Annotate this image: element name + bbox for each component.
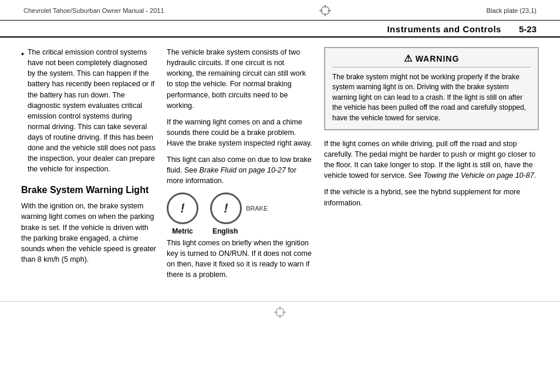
brake-icon-metric: ! [167, 192, 198, 224]
middle-para-4: This light comes on briefly when the ign… [167, 238, 313, 281]
brake-english-label: English [212, 227, 238, 235]
brake-metric-label: Metric [172, 227, 193, 235]
brake-icon-english: ! [210, 192, 242, 224]
right-para-2: If the vehicle is a hybrid, see the hybr… [324, 187, 539, 208]
warning-text: The brake system might not be working pr… [332, 72, 531, 123]
header-left-title: Chevrolet Tahoe/Suburban Owner Manual - … [23, 7, 164, 14]
bullet-item-emission: • The critical emission control systems … [21, 47, 156, 175]
bullet-text: The critical emission control systems ha… [28, 47, 156, 175]
section-page-ref: 5-23 [519, 24, 537, 34]
right-para-1: If the light comes on while driving, pul… [324, 138, 539, 181]
page: Chevrolet Tahoe/Suburban Owner Manual - … [0, 0, 560, 392]
col-left: • The critical emission control systems … [21, 47, 156, 286]
col-right: ⚠ WARNING The brake system might not be … [324, 47, 539, 286]
middle-para-3: This light can also come on due to low b… [167, 154, 313, 186]
brake-icon-english-group: ! BRAKE English [210, 192, 268, 235]
crosshair-icon [319, 5, 331, 16]
section-title: Instruments and Controls [387, 24, 501, 34]
exclamation-icon-metric: ! [180, 201, 184, 216]
footer [0, 301, 560, 320]
middle-para-1: The vehicle brake system consists of two… [167, 47, 313, 111]
brake-system-body: With the ignition on, the brake system w… [21, 201, 156, 265]
brake-text-label: BRAKE [246, 205, 268, 212]
brake-fluid-link: Brake Fluid on page 10-27 [200, 166, 286, 174]
warning-box: ⚠ WARNING The brake system might not be … [324, 47, 539, 130]
warning-triangle-icon: ⚠ [404, 53, 412, 64]
footer-crosshair-icon [274, 306, 286, 318]
exclamation-icon-english: ! [224, 201, 228, 216]
brake-icons-container: ! Metric ! BRAKE English [167, 192, 313, 235]
header-center [319, 5, 331, 16]
towing-link: Towing the Vehicle on page 10-87 [424, 171, 534, 180]
bullet-dot: • [21, 48, 24, 175]
section-heading: Instruments and Controls 5-23 [0, 21, 560, 38]
header-right-title: Black plate (23,1) [486, 7, 537, 14]
warning-header: ⚠ WARNING [332, 53, 531, 67]
header: Chevrolet Tahoe/Suburban Owner Manual - … [0, 0, 560, 21]
main-content: • The critical emission control systems … [0, 38, 560, 295]
middle-para-2: If the warning light comes on and a chim… [167, 117, 313, 148]
warning-title: WARNING [416, 54, 460, 63]
brake-icon-metric-group: ! Metric [167, 192, 198, 235]
brake-system-heading: Brake System Warning Light [21, 184, 156, 197]
col-middle: The vehicle brake system consists of two… [167, 47, 313, 286]
